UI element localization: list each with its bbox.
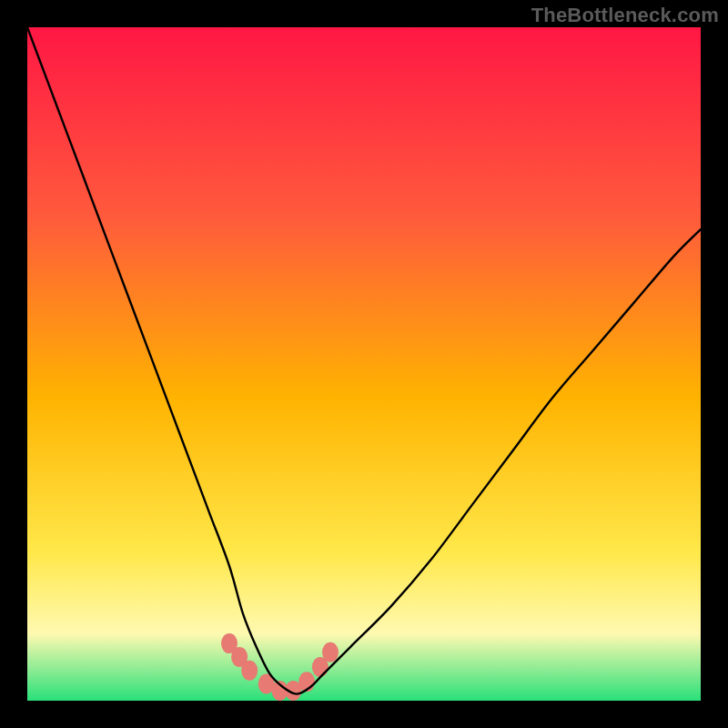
highlight-marker bbox=[241, 661, 258, 681]
plot-area bbox=[27, 27, 701, 701]
bottleneck-chart bbox=[27, 27, 701, 701]
chart-frame: TheBottleneck.com bbox=[0, 0, 728, 728]
gradient-background bbox=[27, 27, 701, 701]
highlight-marker bbox=[322, 642, 339, 662]
watermark-label: TheBottleneck.com bbox=[531, 4, 719, 27]
